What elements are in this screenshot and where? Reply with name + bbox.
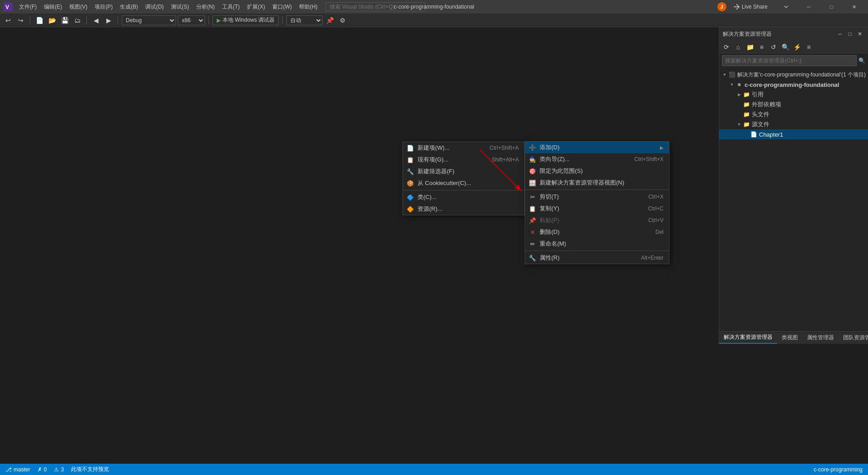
tree-label-headers: 头文件 (752, 110, 769, 119)
se-sync-btn[interactable]: ⟳ (721, 42, 732, 52)
error-icon: ✗ (38, 466, 42, 473)
se-misc-btn1[interactable]: ⚡ (792, 42, 802, 52)
new-project-button[interactable]: 📄 (34, 15, 45, 26)
tree-label-ref: 引用 (752, 90, 764, 99)
status-warnings[interactable]: ⚠ 3 (52, 466, 66, 473)
ctx1-cookiecutter-label: 从 Cookiecutter(C)... (417, 179, 519, 187)
tree-label-solution: 解决方案'c-core-programming-foundational'(1 … (737, 71, 866, 79)
ctx1-new-item[interactable]: 📄 新建项(W)... Ctrl+Shift+A (403, 142, 524, 154)
ctx1-existing-item[interactable]: 📋 现有项(G)... Shift+Alt+A (403, 154, 524, 166)
ctx2-paste[interactable]: 📌 粘贴(P) Ctrl+V (525, 214, 669, 226)
preview-message: 此项不支持预览 (71, 466, 109, 473)
maximize-button[interactable]: □ (821, 0, 842, 14)
branch-label: master (14, 466, 30, 473)
toolbar-separator-2 (86, 16, 87, 24)
tree-item-headers[interactable]: ▶ 📁 头文件 (719, 109, 868, 119)
redo-button[interactable]: ↪ (15, 15, 26, 26)
rename-icon: ✏ (529, 240, 536, 247)
tree-item-references[interactable]: ▶ 📁 引用 (719, 90, 868, 100)
se-tab-team-explorer[interactable]: 团队资源管理器 (839, 332, 868, 343)
ctx2-delete-shortcut: Del (655, 229, 664, 235)
tree-label-ext: 外部依赖项 (752, 100, 781, 109)
ctx1-class[interactable]: 🔷 类(C)... (403, 191, 524, 203)
save-all-button[interactable]: 🗂 (72, 15, 83, 26)
tree-item-project[interactable]: ▼ ■ c-core-programming-foundational (719, 80, 868, 90)
tree-item-chapter1[interactable]: ▶ 📄 Chapter1 (719, 129, 868, 139)
se-settings-btn[interactable]: ≡ (756, 42, 767, 52)
menu-edit[interactable]: 编辑(E) (40, 1, 66, 13)
toolbar: ↩ ↪ 📄 📂 💾 🗂 ◀ ▶ Debug x86 ▶ 本地 Windows 调… (0, 14, 868, 27)
se-filter-btn[interactable]: 🔍 (780, 42, 791, 52)
se-search-input[interactable] (722, 55, 857, 66)
settings-button[interactable]: ⚙ (337, 15, 348, 26)
ctx2-new-view[interactable]: 🪟 新建解决方案资源管理器视图(N) (525, 177, 669, 189)
status-errors[interactable]: ✗ 0 (36, 466, 49, 473)
tree-item-external-deps[interactable]: ▶ 📁 外部依赖项 (719, 100, 868, 109)
menu-debug[interactable]: 调试(D) (142, 1, 167, 13)
se-tab-solution-explorer[interactable]: 解决方案资源管理器 (719, 332, 777, 344)
se-collapse-icon[interactable]: ─ (835, 29, 844, 38)
minimize-button[interactable]: ─ (798, 0, 819, 14)
back-button[interactable]: ◀ (90, 15, 101, 26)
menu-view[interactable]: 视图(V) (66, 1, 91, 13)
ctx1-new-filter[interactable]: 🔧 新建筛选器(F) (403, 166, 524, 177)
tree-item-solution[interactable]: ▼ ⬛ 解决方案'c-core-programming-foundational… (719, 70, 868, 80)
ctx2-class-wizard[interactable]: 🧙 类向导(Z)... Ctrl+Shift+X (525, 153, 669, 165)
open-button[interactable]: 📂 (47, 15, 57, 26)
se-folder-btn[interactable]: 📁 (745, 42, 755, 52)
menu-help[interactable]: 帮助(H) (295, 1, 321, 13)
ctx1-resource-label: 资源(R)... (417, 205, 519, 213)
se-refresh-btn[interactable]: ↺ (768, 42, 779, 52)
ctx2-scope[interactable]: 🎯 限定为此范围(S) (525, 165, 669, 177)
user-avatar[interactable]: J (717, 2, 726, 11)
ctx1-resource[interactable]: 🔶 资源(R)... (403, 203, 524, 215)
menu-window[interactable]: 窗口(W) (269, 1, 295, 13)
arch-dropdown[interactable]: x86 (178, 15, 205, 25)
se-close-icon[interactable]: ✕ (855, 29, 864, 38)
ctx2-cut[interactable]: ✂ 剪切(T) Ctrl+X (525, 191, 669, 203)
close-button[interactable]: ✕ (844, 0, 864, 14)
svg-text:V: V (5, 4, 9, 10)
branch-icon: ⎇ (5, 466, 12, 473)
se-bottom-tabs: 解决方案资源管理器 类视图 属性管理器 团队资源管理器 (719, 331, 868, 344)
ctx2-delete[interactable]: ✕ 删除(D) Del (525, 226, 669, 238)
save-button[interactable]: 💾 (59, 15, 70, 26)
live-share-button[interactable]: Live Share (728, 2, 772, 11)
menu-analyze[interactable]: 分析(N) (193, 1, 218, 13)
config2-dropdown[interactable]: 自动 (286, 15, 323, 25)
menu-file[interactable]: 文件(F) (15, 1, 40, 13)
ctx2-rename[interactable]: ✏ 重命名(M) (525, 238, 669, 250)
run-button[interactable]: ▶ 本地 Windows 调试器 (213, 15, 279, 25)
folder-icon-headers: 📁 (743, 111, 750, 118)
undo-button[interactable]: ↩ (3, 15, 14, 26)
se-tab-class-view[interactable]: 类视图 (777, 332, 802, 343)
expand-icon[interactable] (776, 0, 797, 14)
toolbar-separator-4 (209, 16, 209, 24)
pin-button[interactable]: 📌 (324, 15, 335, 26)
menu-project[interactable]: 项目(P) (91, 1, 116, 13)
se-search-icon: 🔍 (859, 57, 865, 64)
se-float-icon[interactable]: □ (845, 29, 854, 38)
debug-config-dropdown[interactable]: Debug (122, 15, 176, 25)
status-project[interactable]: c-core-programming (812, 466, 864, 473)
forward-button[interactable]: ▶ (103, 15, 114, 26)
status-branch[interactable]: ⎇ master (4, 466, 32, 473)
se-home-btn[interactable]: ⌂ (733, 42, 744, 52)
se-tree: ▼ ⬛ 解决方案'c-core-programming-foundational… (719, 68, 868, 141)
menu-extensions[interactable]: 扩展(X) (243, 1, 269, 13)
ctx2-copy[interactable]: 📋 复制(Y) Ctrl+C (525, 203, 669, 214)
ctx2-properties[interactable]: 🔧 属性(R) Alt+Enter (525, 252, 669, 264)
ctx1-cookiecutter[interactable]: 🍪 从 Cookiecutter(C)... (403, 177, 524, 189)
se-misc-btn2[interactable]: ≡ (803, 42, 814, 52)
ctx1-sep1 (403, 190, 524, 190)
class-icon: 🔷 (407, 194, 414, 201)
se-tab-property-manager[interactable]: 属性管理器 (802, 332, 839, 343)
file-icon-chapter1: 📄 (750, 131, 757, 138)
ctx1-new-filter-label: 新建筛选器(F) (417, 167, 515, 176)
tree-item-sources[interactable]: ▼ 📁 源文件 (719, 119, 868, 129)
menu-test[interactable]: 测试(S) (167, 1, 193, 13)
properties-icon: 🔧 (529, 254, 536, 261)
menu-tools[interactable]: 工具(T) (218, 1, 243, 13)
ctx2-add[interactable]: ➕ 添加(D) ▶ (525, 142, 669, 153)
menu-build[interactable]: 生成(B) (116, 1, 142, 13)
